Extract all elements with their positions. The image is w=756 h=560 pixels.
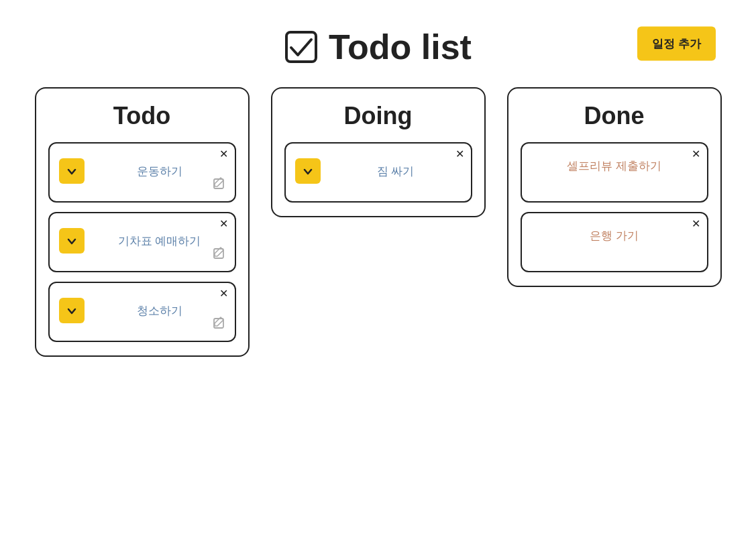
edit-icon-todo-3[interactable]	[212, 317, 227, 334]
card-text-todo-1: 운동하기	[94, 164, 225, 179]
card-todo-2: ✕ 기차표 예매하기	[48, 212, 236, 272]
close-icon-todo-3[interactable]: ✕	[219, 288, 228, 299]
card-text-doing-1: 짐 싸기	[330, 164, 462, 179]
checkbox-icon	[284, 30, 318, 64]
card-done-1: ✕ 셀프리뷰 제출하기	[521, 142, 708, 203]
card-text-todo-3: 청소하기	[94, 303, 225, 319]
title-wrapper: Todo list	[284, 27, 472, 67]
status-button-todo-3[interactable]	[59, 298, 85, 323]
close-icon-done-1[interactable]: ✕	[692, 149, 700, 160]
status-button-todo-2[interactable]	[59, 228, 85, 254]
card-todo-1: ✕ 운동하기	[48, 142, 236, 203]
card-text-done-2: 은행 가기	[531, 228, 698, 243]
kanban-board: Todo ✕ 운동하기 ✕	[0, 87, 756, 357]
page-title: Todo list	[329, 27, 472, 67]
card-text-todo-2: 기차표 예매하기	[94, 233, 225, 249]
add-schedule-button[interactable]: 일정 추가	[637, 27, 716, 61]
card-todo-3: ✕ 청소하기	[48, 282, 236, 342]
close-icon-todo-1[interactable]: ✕	[219, 149, 228, 160]
doing-column-title: Doing	[284, 102, 472, 130]
close-icon-doing-1[interactable]: ✕	[455, 149, 464, 160]
todo-column: Todo ✕ 운동하기 ✕	[35, 87, 250, 357]
status-button-doing-1[interactable]	[295, 158, 321, 184]
card-done-2: ✕ 은행 가기	[521, 212, 708, 272]
status-button-todo-1[interactable]	[59, 158, 85, 184]
done-column-title: Done	[521, 102, 708, 130]
close-icon-done-2[interactable]: ✕	[692, 219, 700, 229]
doing-column: Doing ✕ 짐 싸기	[271, 87, 486, 217]
card-doing-1: ✕ 짐 싸기	[284, 142, 472, 203]
edit-icon-todo-1[interactable]	[212, 177, 227, 194]
done-column: Done ✕ 셀프리뷰 제출하기 ✕ 은행 가기	[507, 87, 722, 287]
todo-column-title: Todo	[48, 102, 236, 130]
close-icon-todo-2[interactable]: ✕	[219, 219, 228, 229]
card-text-done-1: 셀프리뷰 제출하기	[531, 158, 698, 174]
edit-icon-todo-2[interactable]	[212, 247, 227, 264]
page-header: Todo list 일정 추가	[0, 0, 756, 87]
